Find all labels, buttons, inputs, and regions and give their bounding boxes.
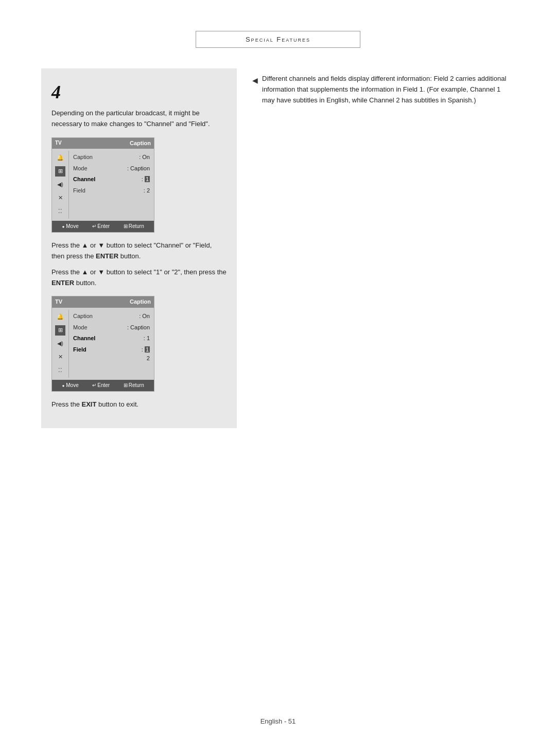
page-footer: English - 51	[0, 717, 556, 725]
menu2-icons: 🔔 ⊞ ◀) ✕ ⁚⁚	[52, 310, 69, 378]
left-panel: 4 Depending on the particular broadcast,…	[41, 68, 237, 428]
menu2-row-caption: Caption : On	[73, 312, 150, 321]
menu1-icon-antenna: 🔔	[55, 153, 65, 163]
menu1-body: 🔔 ⊞ ◀) ✕ ⁚⁚ Caption : On Mode : Ca	[52, 149, 154, 221]
menu1-row-channel: Channel : 1	[73, 175, 150, 184]
menu-box-1: TV Caption 🔔 ⊞ ◀) ✕ ⁚⁚ Caption : On	[51, 137, 154, 233]
menu2-row-channel: Channel : 1	[73, 334, 150, 343]
menu2-icon-sound: ◀)	[55, 339, 65, 349]
menu1-enter: ↵ Enter	[92, 222, 110, 231]
menu2-row-mode: Mode : Caption	[73, 323, 150, 332]
menu2-title: Caption	[130, 297, 151, 307]
sidebar-note-text: Different channels and fields display di…	[262, 74, 515, 106]
menu1-return: ⊞ Return	[124, 222, 144, 231]
menu2-icon-grid: ⊞	[55, 325, 65, 336]
menu2-rows: Caption : On Mode : Caption Channel : 1	[69, 310, 154, 378]
menu1-tv-label: TV	[55, 139, 62, 147]
instructions: Depending on the particular broadcast, i…	[51, 108, 227, 410]
menu2-icon-antenna: 🔔	[55, 312, 65, 322]
menu2-row-field: Field : 12	[73, 345, 150, 363]
menu1-row-mode: Mode : Caption	[73, 164, 150, 173]
sidebar-note: ◀ Different channels and fields display …	[252, 74, 515, 106]
menu1-row-field: Field : 2	[73, 186, 150, 196]
menu-box-2: TV Caption 🔔 ⊞ ◀) ✕ ⁚⁚ Caption : On	[51, 296, 154, 392]
menu2-enter: ↵ Enter	[92, 381, 110, 390]
menu1-rows: Caption : On Mode : Caption Channel : 1	[69, 151, 154, 219]
menu1-move: ⬥ Move	[62, 222, 78, 231]
menu2-return: ⊞ Return	[124, 381, 144, 390]
menu2-icon-apps: ⁚⁚	[55, 365, 65, 376]
page-header: Special Features	[196, 31, 360, 48]
instruction-para-3: Press the ▲ or ▼ button to select "1" or…	[51, 267, 227, 289]
menu1-title: Caption	[130, 139, 151, 148]
menu2-footer: ⬥ Move ↵ Enter ⊞ Return	[52, 380, 154, 391]
instruction-para-2: Press the ▲ or ▼ button to select "Chann…	[51, 240, 227, 262]
step-number: 4	[51, 81, 227, 103]
menu1-row-caption: Caption : On	[73, 153, 150, 162]
bullet-arrow-icon: ◀	[252, 75, 258, 106]
menu2-body: 🔔 ⊞ ◀) ✕ ⁚⁚ Caption : On Mode : Ca	[52, 308, 154, 380]
menu2-icon-x: ✕	[55, 352, 65, 362]
instruction-para-1: Depending on the particular broadcast, i…	[51, 108, 227, 130]
menu2-tv-label: TV	[55, 297, 62, 307]
menu1-icon-grid: ⊞	[55, 166, 65, 177]
menu1-icon-apps: ⁚⁚	[55, 206, 65, 217]
page-number: English - 51	[260, 717, 296, 725]
menu1-icons: 🔔 ⊞ ◀) ✕ ⁚⁚	[52, 151, 69, 219]
menu1-footer: ⬥ Move ↵ Enter ⊞ Return	[52, 221, 154, 232]
content-area: 4 Depending on the particular broadcast,…	[41, 68, 515, 428]
menu1-icon-x: ✕	[55, 193, 65, 203]
menu2-move: ⬥ Move	[62, 381, 78, 390]
right-panel: ◀ Different channels and fields display …	[252, 68, 515, 428]
instruction-para-4: Press the EXIT button to exit.	[51, 399, 227, 410]
menu1-icon-sound: ◀)	[55, 180, 65, 190]
